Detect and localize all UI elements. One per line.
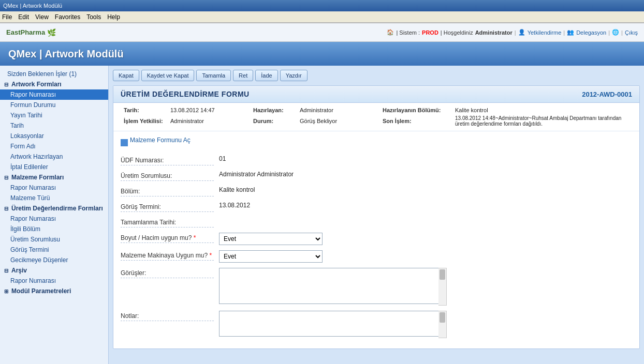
udf-numarasi-value: 01: [214, 155, 632, 162]
sidebar-beklenen[interactable]: Sizden Beklenen İşler (1): [0, 69, 108, 79]
sidebar-item-ilgili-bolum[interactable]: İlgili Bölüm: [0, 224, 108, 234]
gorusler-label: Görüşler:: [121, 268, 214, 278]
sidebar-item-gecikmeye-dusenler[interactable]: Gecikmeye Düşenler: [0, 255, 108, 265]
gorusler-row: Görüşler:: [121, 268, 632, 306]
sidebar-item-rapor-numarasi-uretim[interactable]: Rapor Numarası: [0, 214, 108, 224]
gorus-termini-value: 13.08.2012: [214, 202, 632, 209]
menu-favorites[interactable]: Favorites: [55, 13, 80, 21]
sidebar-uretim-section[interactable]: ⊟ Üretim Değerlendirme Formları: [0, 203, 108, 214]
bolum-label: Bölüm:: [121, 186, 214, 196]
menu-help[interactable]: Help: [107, 13, 120, 21]
sidebar-modul-section[interactable]: ⊞ Modül Parametreleri: [0, 286, 108, 296]
udf-numarasi-row: ÜDF Numarası: 01: [121, 155, 632, 165]
sidebar-item-iptal-edilenler[interactable]: İptal Edilenler: [0, 162, 108, 172]
islem-yetkilisi-label: İşlem Yetkilisi:: [121, 114, 167, 128]
yazdir-button[interactable]: Yazdır: [280, 70, 308, 81]
gorus-termini-row: Görüş Termini: 13.08.2012: [121, 202, 632, 212]
form-number: 2012-AWD-0001: [582, 90, 632, 98]
boyut-select[interactable]: Evet Hayır: [219, 233, 323, 245]
toolbar: Kapat Kaydet ve Kapat Tamamla Ret İade Y…: [113, 70, 640, 81]
uretim-sorumlusu-value: Administrator Administrator: [214, 171, 632, 178]
udf-numarasi-label: ÜDF Numarası:: [121, 155, 214, 165]
app-title: QMex | Artwork Modülü: [8, 48, 124, 60]
gorusler-scrollbar-thumb: [440, 269, 445, 280]
sidebar-item-lokasyonlar[interactable]: Lokasyonlar: [0, 131, 108, 141]
notlar-textarea[interactable]: [219, 311, 447, 337]
browser-tab-title: QMex | Artwork Modülü: [3, 3, 62, 9]
hazirlayan-value: Administrator: [297, 106, 379, 114]
uretim-sorumlusu-row: Üretim Sorumlusu: Administrator Administ…: [121, 171, 632, 181]
leaf-icon: 🌿: [47, 28, 56, 37]
malzeme-makinaya-row: Malzeme Makinaya Uygun mu? * Evet Hayır: [121, 250, 632, 263]
welcome-text: | Hoşgeldiniz: [441, 29, 473, 36]
sidebar-item-artwork-hazirlayan[interactable]: Artwork Hazırlayan: [0, 151, 108, 162]
malzeme-makinaya-select[interactable]: Evet Hayır: [219, 250, 323, 263]
sidebar-item-formun-durumu[interactable]: Formun Durumu: [0, 100, 108, 110]
tarih-label: Tarih:: [121, 106, 167, 114]
kaydet-kapat-button[interactable]: Kaydet ve Kapat: [141, 70, 195, 81]
iade-button[interactable]: İade: [255, 70, 277, 81]
form-meta: Tarih: 13.08.2012 14:47 Hazırlayan: Admi…: [113, 103, 639, 131]
exit-link[interactable]: Çıkış: [625, 29, 638, 36]
sidebar-item-malzeme-turu[interactable]: Malzeme Türü: [0, 193, 108, 203]
sidebar-item-yayin-tarihi[interactable]: Yayın Tarihi: [0, 110, 108, 120]
son-islem-value: 13.08.2012 14:48~Administrator~Ruhsat Am…: [452, 114, 632, 128]
hazirlayan-bolum-label: Hazırlayanın Bölümü:: [379, 106, 452, 114]
gorusler-scrollbar-wrap: [219, 268, 447, 306]
logo-area: EastPharma 🌿: [6, 28, 56, 37]
menu-file[interactable]: File: [2, 13, 12, 21]
islem-yetkilisi-value: Administrator: [167, 114, 250, 128]
admin-name: Administrator: [475, 29, 513, 36]
ret-button[interactable]: Ret: [233, 70, 253, 81]
delegation-link[interactable]: Delegasyon: [576, 29, 606, 36]
form-header: ÜRETİM DEĞERLENDİRME FORMU 2012-AWD-0001: [113, 86, 639, 103]
sidebar-malzeme-section[interactable]: ⊟ Malzeme Formları: [0, 172, 108, 183]
notlar-scrollbar[interactable]: [438, 311, 447, 338]
sidebar-item-rapor-numarasi-malzeme[interactable]: Rapor Numarası: [0, 183, 108, 193]
separator3: |: [608, 29, 610, 36]
menu-edit[interactable]: Edit: [18, 13, 29, 21]
gorus-termini-label: Görüş Termini:: [121, 202, 214, 212]
gorusler-textarea[interactable]: [219, 268, 447, 304]
notlar-value: [214, 311, 632, 338]
notlar-scrollbar-wrap: [219, 311, 447, 338]
durum-value: Görüş Bekliyor: [297, 114, 379, 128]
tamamla-button[interactable]: Tamamla: [196, 70, 231, 81]
sidebar-item-rapor-numarasi-arsiv[interactable]: Rapor Numarası: [0, 276, 108, 286]
system-label: | Sistem :: [396, 29, 420, 36]
home-icon[interactable]: 🏠: [387, 29, 394, 36]
notlar-scrollbar-thumb: [440, 312, 445, 323]
menu-tools[interactable]: Tools: [86, 13, 101, 21]
auth-icon: 👤: [518, 29, 525, 36]
sidebar-artwork-section[interactable]: ⊟ Artwork Formları: [0, 79, 108, 89]
menu-view[interactable]: View: [35, 13, 49, 21]
malzeme-formunu-ac-wrapper: Malzeme Formunu Aç: [121, 136, 632, 149]
auth-link[interactable]: Yetkilendirme: [528, 29, 562, 36]
gorusler-scrollbar[interactable]: [438, 268, 447, 306]
separator2: |: [563, 29, 565, 36]
malzeme-makinaya-label: Malzeme Makinaya Uygun mu? *: [121, 250, 214, 261]
sidebar-arsiv-section[interactable]: ⊟ Arşiv: [0, 265, 108, 276]
sidebar-item-form-adi[interactable]: Form Adı: [0, 141, 108, 151]
system-value: PROD: [422, 29, 438, 36]
boyut-value: Evet Hayır: [214, 233, 632, 245]
durum-label: Durum:: [250, 114, 297, 128]
sidebar-item-rapor-numarasi-artwork[interactable]: Rapor Numarası: [0, 89, 108, 100]
bolum-value: Kalite kontrol: [214, 186, 632, 193]
sidebar-item-tarih[interactable]: Tarih: [0, 120, 108, 131]
logo-text: EastPharma: [6, 28, 45, 36]
sidebar-item-gorus-termini[interactable]: Görüş Termini: [0, 245, 108, 255]
form-container: ÜRETİM DEĞERLENDİRME FORMU 2012-AWD-0001…: [113, 85, 640, 349]
malzeme-formunu-ac-link[interactable]: Malzeme Formunu Aç: [130, 136, 191, 144]
bolum-row: Bölüm: Kalite kontrol: [121, 186, 632, 196]
sidebar-item-uretim-sorumlusu[interactable]: Üretim Sorumlusu: [0, 234, 108, 245]
gorusler-value: [214, 268, 632, 306]
kapat-button[interactable]: Kapat: [113, 70, 139, 81]
notlar-label: Notlar:: [121, 311, 214, 321]
tarih-value: 13.08.2012 14:47: [167, 106, 250, 114]
hazirlayan-label: Hazırlayan:: [250, 106, 297, 114]
separator4: |: [621, 29, 623, 36]
form-title: ÜRETİM DEĞERLENDİRME FORMU: [121, 90, 250, 98]
document-icon: [121, 139, 128, 146]
content-area: Kapat Kaydet ve Kapat Tamamla Ret İade Y…: [109, 66, 644, 364]
